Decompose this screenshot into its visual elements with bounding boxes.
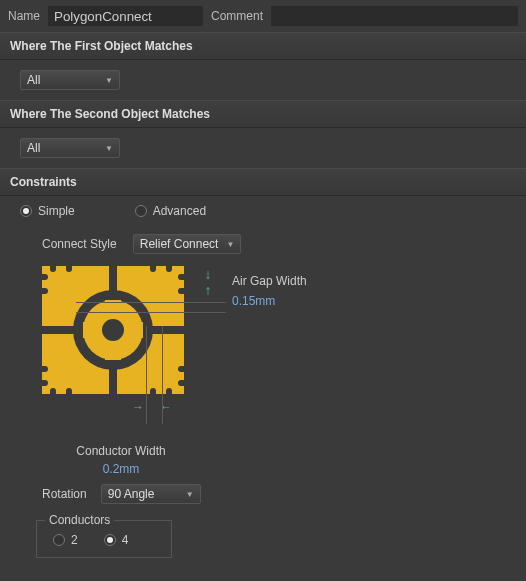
mode-advanced-label: Advanced xyxy=(153,204,206,218)
rotation-label: Rotation xyxy=(42,487,87,501)
mode-simple-radio[interactable]: Simple xyxy=(20,204,75,218)
air-gap-dimension-arrow: ↓ ↑ xyxy=(200,266,216,298)
conductors-2-radio[interactable]: 2 xyxy=(53,533,78,547)
radio-dot-icon xyxy=(53,534,65,546)
chevron-down-icon: ▼ xyxy=(226,240,234,249)
connect-style-label: Connect Style xyxy=(42,237,117,251)
air-gap-width-label: Air Gap Width xyxy=(232,274,307,288)
mode-advanced-radio[interactable]: Advanced xyxy=(135,204,206,218)
rotation-value: 90 Angle xyxy=(108,487,155,501)
radio-dot-icon xyxy=(104,534,116,546)
first-object-match-value: All xyxy=(27,73,40,87)
section-header-constraints: Constraints xyxy=(0,168,526,196)
second-object-match-value: All xyxy=(27,141,40,155)
chevron-down-icon: ▼ xyxy=(105,144,113,153)
conductors-4-label: 4 xyxy=(122,533,129,547)
air-gap-width-value[interactable]: 0.15mm xyxy=(232,294,307,308)
conductor-width-label: Conductor Width xyxy=(42,444,200,458)
comment-label: Comment xyxy=(211,9,263,23)
radio-dot-icon xyxy=(135,205,147,217)
conductors-group: Conductors 2 4 xyxy=(36,520,172,558)
chevron-down-icon: ▼ xyxy=(186,490,194,499)
name-input[interactable] xyxy=(48,6,203,26)
first-object-match-select[interactable]: All ▼ xyxy=(20,70,120,90)
mode-simple-label: Simple xyxy=(38,204,75,218)
rotation-select[interactable]: 90 Angle ▼ xyxy=(101,484,201,504)
conductors-2-label: 2 xyxy=(71,533,78,547)
conductor-width-value[interactable]: 0.2mm xyxy=(42,462,200,476)
comment-input[interactable] xyxy=(271,6,518,26)
section-header-second-object: Where The Second Object Matches xyxy=(0,100,526,128)
connect-style-value: Relief Connect xyxy=(140,237,219,251)
radio-dot-icon xyxy=(20,205,32,217)
second-object-match-select[interactable]: All ▼ xyxy=(20,138,120,158)
name-label: Name xyxy=(8,9,40,23)
conductor-width-dimension-arrow: → ← xyxy=(0,400,526,414)
section-header-first-object: Where The First Object Matches xyxy=(0,32,526,60)
connect-style-select[interactable]: Relief Connect ▼ xyxy=(133,234,242,254)
chevron-down-icon: ▼ xyxy=(105,76,113,85)
conductors-4-radio[interactable]: 4 xyxy=(104,533,129,547)
conductors-legend: Conductors xyxy=(45,513,114,527)
